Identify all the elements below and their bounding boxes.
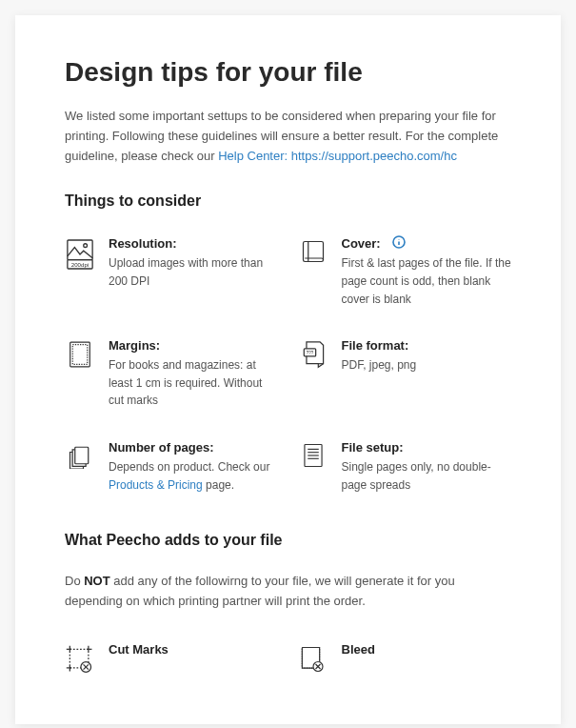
tip-title: File setup: — [342, 440, 404, 455]
tip-cover: Cover: First & last pages of the file. I… — [298, 236, 512, 308]
svg-rect-9 — [72, 345, 87, 365]
svg-rect-0 — [68, 240, 92, 260]
svg-text:200dpi: 200dpi — [71, 261, 89, 268]
tip-desc: For books and magazines: at least 1 cm i… — [109, 356, 279, 410]
tip-title: Resolution: — [109, 236, 177, 251]
adds-grid: Cut Marks Bleed — [65, 642, 511, 675]
tip-title: Cover: — [342, 236, 381, 251]
document-card: Design tips for your file We listed some… — [15, 15, 561, 724]
tip-margins: Margins: For books and magazines: at lea… — [65, 338, 279, 410]
note-emphasis: NOT — [84, 574, 109, 588]
tip-desc: Depends on product. Check our Products &… — [109, 458, 279, 494]
fileformat-icon: ??? — [298, 338, 328, 369]
section-things-to-consider: Things to consider — [65, 192, 511, 210]
page-title: Design tips for your file — [65, 57, 511, 88]
bleed-icon — [298, 642, 328, 675]
intro-paragraph: We listed some important settups to be c… — [65, 107, 511, 166]
info-icon[interactable] — [392, 235, 406, 249]
margins-icon — [65, 338, 95, 369]
tips-grid: 200dpi Resolution: Upload images with mo… — [65, 236, 511, 494]
cover-icon — [298, 236, 328, 265]
setup-icon — [298, 440, 328, 469]
add-bleed: Bleed — [298, 642, 512, 675]
pages-icon — [65, 440, 95, 469]
tip-pages: Number of pages: Depends on product. Che… — [65, 440, 279, 494]
tip-desc: Upload images with more than 200 DPI — [109, 254, 279, 290]
add-title: Cut Marks — [109, 642, 169, 657]
section-peecho-adds: What Peecho adds to your file — [65, 532, 511, 549]
cutmarks-icon — [65, 642, 95, 675]
tip-setup: File setup: Single pages only, no double… — [298, 440, 512, 494]
tip-resolution: 200dpi Resolution: Upload images with mo… — [65, 236, 279, 308]
tip-title: Margins: — [109, 338, 160, 353]
svg-point-7 — [398, 239, 399, 240]
adds-note: Do NOT add any of the followirng to your… — [65, 572, 511, 612]
add-cutmarks: Cut Marks — [65, 642, 279, 675]
svg-point-1 — [84, 244, 88, 248]
resolution-icon: 200dpi — [65, 236, 95, 271]
tip-fileformat: ??? File format: PDF, jpeg, png — [298, 338, 512, 410]
tip-title: File format: — [342, 338, 409, 353]
add-title: Bleed — [342, 642, 375, 657]
products-pricing-link[interactable]: Products & Pricing — [109, 478, 203, 492]
tip-desc: Single pages only, no double-page spread… — [342, 458, 512, 494]
tip-title: Number of pages: — [109, 440, 214, 455]
svg-text:???: ??? — [306, 351, 313, 355]
svg-rect-12 — [75, 447, 89, 464]
help-center-link[interactable]: Help Center: https://support.peecho.com/… — [218, 149, 457, 163]
tip-desc: First & last pages of the file. If the p… — [342, 254, 512, 308]
tip-desc: PDF, jpeg, png — [342, 356, 512, 374]
